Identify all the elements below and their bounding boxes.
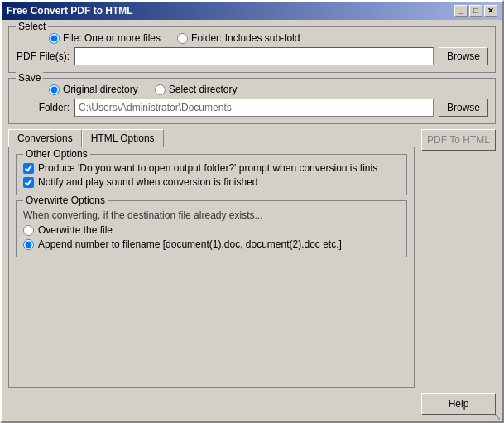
pdf-files-row: PDF File(s): Browse [16, 47, 488, 65]
main-window: Free Convert PDF to HTML _ □ ✕ Select Fi… [0, 0, 504, 423]
original-dir-radio[interactable] [49, 84, 60, 95]
append-number-radio[interactable] [23, 239, 34, 250]
folder-radio-option[interactable]: Folder: Includes sub-fold [177, 32, 300, 44]
window-title: Free Convert PDF to HTML [7, 5, 133, 17]
tab-content: Other Options Produce 'Do you want to op… [8, 147, 415, 388]
original-dir-label: Original directory [63, 84, 138, 95]
bottom-row: Help [8, 393, 496, 415]
folder-input[interactable] [74, 99, 434, 117]
select-radio-row: File: One or more files Folder: Includes… [16, 32, 488, 44]
tab-bar: Conversions HTML Options [8, 129, 415, 147]
folder-row: Folder: Browse [16, 99, 488, 117]
append-radio-row: Append number to filename [document(1).d… [23, 238, 400, 250]
select-group: Select File: One or more files Folder: I… [8, 26, 496, 73]
maximize-button[interactable]: □ [469, 5, 482, 17]
pdf-files-label: PDF File(s): [16, 50, 70, 62]
help-button[interactable]: Help [421, 393, 496, 415]
tab-html-options[interactable]: HTML Options [82, 129, 164, 147]
checkbox1-row: Produce 'Do you want to open output fold… [23, 162, 400, 174]
browse-folder-button[interactable]: Browse [439, 99, 488, 117]
other-options-label: Other Options [23, 148, 90, 160]
produce-prompt-label: Produce 'Do you want to open output fold… [38, 162, 377, 174]
produce-prompt-checkbox[interactable] [23, 163, 34, 174]
save-group: Save Original directory Select directory… [8, 78, 496, 124]
notify-sound-checkbox[interactable] [23, 177, 34, 188]
main-content: Select File: One or more files Folder: I… [2, 20, 502, 421]
folder-label: Folder: [16, 102, 70, 113]
overwrite-description: When converting, if the destination file… [23, 209, 400, 221]
file-radio[interactable] [49, 33, 60, 44]
window-controls: _ □ ✕ [454, 5, 497, 17]
append-number-label: Append number to filename [document(1).d… [38, 238, 342, 250]
title-bar: Free Convert PDF to HTML _ □ ✕ [2, 2, 502, 20]
folder-radio[interactable] [177, 33, 188, 44]
right-buttons: PDF To HTML [421, 129, 496, 388]
tab-conversions[interactable]: Conversions [8, 129, 82, 147]
select-dir-label: Select directory [169, 84, 238, 95]
select-group-label: Select [16, 21, 48, 32]
folder-radio-label: Folder: Includes sub-fold [191, 32, 300, 44]
save-group-label: Save [16, 72, 43, 84]
original-dir-radio-option[interactable]: Original directory [49, 84, 138, 95]
pdf-files-input[interactable] [74, 47, 434, 65]
select-dir-radio[interactable] [155, 84, 166, 95]
checkbox2-row: Notify and play sound when conversion is… [23, 176, 400, 188]
lower-area: Conversions HTML Options Other Options P… [8, 129, 496, 388]
tabs-area: Conversions HTML Options Other Options P… [8, 129, 415, 388]
overwrite-options-label: Overwirte Options [23, 195, 108, 206]
overwrite-file-radio[interactable] [23, 225, 34, 236]
notify-sound-label: Notify and play sound when conversion is… [38, 176, 258, 188]
overwrite-file-label: Overwirte the file [38, 224, 113, 236]
select-dir-radio-option[interactable]: Select directory [155, 84, 238, 95]
pdf-to-html-button[interactable]: PDF To HTML [421, 129, 496, 151]
minimize-button[interactable]: _ [454, 5, 468, 17]
browse-files-button[interactable]: Browse [439, 47, 488, 65]
file-radio-label: File: One or more files [63, 32, 161, 44]
overwrite-options-group: Overwirte Options When converting, if th… [16, 200, 407, 257]
other-options-group: Other Options Produce 'Do you want to op… [16, 154, 407, 195]
file-radio-option[interactable]: File: One or more files [49, 32, 161, 44]
overwrite-radio-row: Overwirte the file [23, 224, 400, 236]
save-radio-row: Original directory Select directory [16, 84, 488, 95]
resize-handle[interactable]: ⤡ [492, 411, 502, 421]
close-button[interactable]: ✕ [484, 5, 497, 17]
